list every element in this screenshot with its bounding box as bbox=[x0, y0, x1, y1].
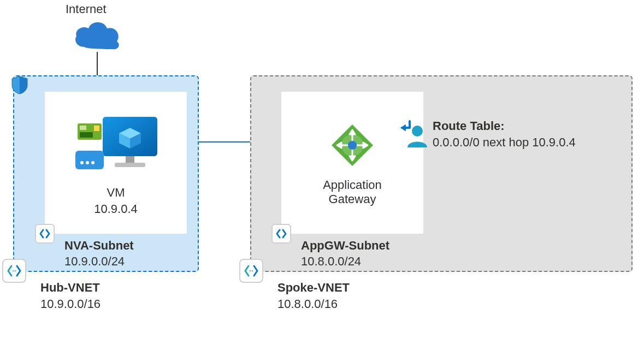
appgw-label-line1: Application bbox=[281, 178, 423, 192]
hub-vnet-container: VM 10.9.0.4 NVA-Subnet 10.9.0.0/24 bbox=[13, 75, 199, 272]
vm-label: VM 10.9.0.4 bbox=[45, 185, 187, 217]
svg-rect-4 bbox=[80, 132, 93, 138]
svg-point-14 bbox=[80, 161, 84, 164]
spoke-vnet-container: Application Gateway AppGW-Subnet 10.8.0.… bbox=[250, 75, 633, 272]
subnet-icon bbox=[35, 224, 55, 244]
appgw-subnet-cidr: 10.8.0.0/24 bbox=[301, 253, 389, 270]
route-table-entry: 0.0.0.0/0 next hop 10.9.0.4 bbox=[433, 134, 576, 151]
diagram-canvas: Internet bbox=[0, 0, 644, 344]
svg-rect-12 bbox=[115, 163, 145, 167]
hub-vnet-name: Hub-VNET bbox=[40, 280, 101, 296]
vm-icon bbox=[72, 108, 159, 179]
svg-rect-5 bbox=[94, 126, 99, 131]
vm-name: VM bbox=[45, 185, 187, 201]
appgw-label: Application Gateway bbox=[281, 178, 423, 207]
spoke-vnet-label: Spoke-VNET 10.8.0.0/16 bbox=[277, 280, 350, 312]
spoke-vnet-cidr: 10.8.0.0/16 bbox=[277, 296, 350, 312]
vnet-icon bbox=[2, 259, 26, 283]
appgw-subnet-name: AppGW-Subnet bbox=[301, 238, 389, 254]
appgw-subnet-container: Application Gateway AppGW-Subnet 10.8.0.… bbox=[281, 92, 423, 234]
svg-point-31 bbox=[251, 270, 253, 271]
nva-subnet-label: NVA-Subnet 10.9.0.0/24 bbox=[64, 238, 134, 270]
svg-rect-3 bbox=[80, 126, 86, 130]
internet-label: Internet bbox=[66, 2, 107, 16]
application-gateway-icon bbox=[329, 122, 375, 168]
cloud-icon bbox=[71, 20, 123, 55]
shield-icon bbox=[11, 75, 28, 97]
svg-point-18 bbox=[14, 270, 16, 271]
hub-vnet-label: Hub-VNET 10.9.0.0/16 bbox=[40, 280, 101, 312]
vm-ip: 10.9.0.4 bbox=[45, 201, 187, 217]
svg-rect-11 bbox=[126, 156, 134, 164]
svg-point-17 bbox=[12, 270, 14, 271]
subnet-icon bbox=[271, 224, 291, 244]
svg-point-29 bbox=[348, 141, 357, 150]
svg-point-33 bbox=[412, 126, 423, 137]
appgw-label-line2: Gateway bbox=[281, 192, 423, 206]
svg-point-15 bbox=[86, 161, 89, 164]
svg-rect-13 bbox=[75, 151, 104, 169]
route-table-title: Route Table: bbox=[433, 118, 576, 134]
svg-point-16 bbox=[91, 161, 94, 164]
appgw-subnet-label: AppGW-Subnet 10.8.0.0/24 bbox=[301, 238, 389, 270]
nva-subnet-cidr: 10.9.0.0/24 bbox=[64, 253, 134, 270]
svg-point-30 bbox=[249, 270, 251, 271]
nva-subnet-name: NVA-Subnet bbox=[64, 238, 134, 254]
route-table-text: Route Table: 0.0.0.0/0 next hop 10.9.0.4 bbox=[433, 118, 576, 150]
spoke-vnet-name: Spoke-VNET bbox=[277, 280, 350, 296]
user-route-icon bbox=[399, 118, 430, 152]
svg-marker-32 bbox=[400, 124, 406, 131]
vnet-icon bbox=[239, 259, 263, 283]
hub-vnet-cidr: 10.9.0.0/16 bbox=[40, 296, 101, 312]
nva-subnet-container: VM 10.9.0.4 NVA-Subnet 10.9.0.0/24 bbox=[45, 92, 187, 234]
